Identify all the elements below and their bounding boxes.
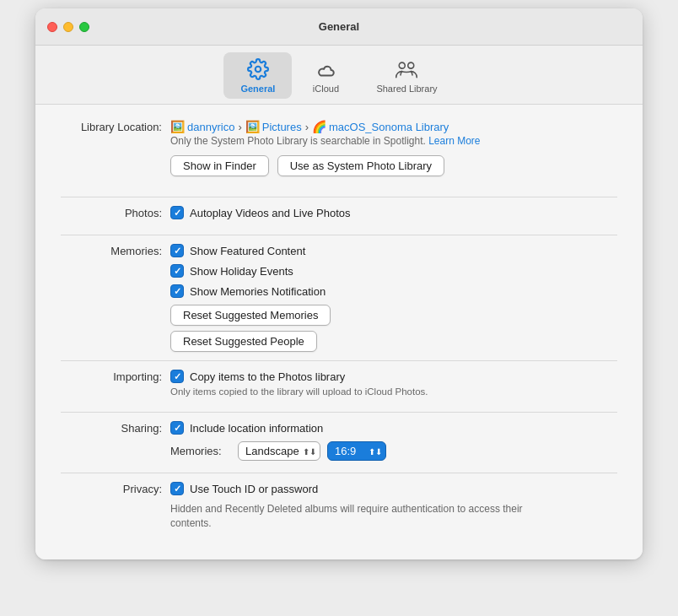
touchid-label: Use Touch ID or password — [190, 483, 318, 495]
path-library: 🌈 macOS_Sonoma Library — [312, 120, 449, 133]
location-row: Include location information — [170, 421, 617, 435]
importing-section: Importing: Copy items to the Photos libr… — [61, 370, 617, 403]
importing-content: Copy items to the Photos library Only it… — [170, 370, 617, 403]
close-button[interactable] — [47, 22, 57, 32]
landscape-select-wrapper: Landscape Portrait Square ⬆⬇ — [238, 441, 320, 461]
photos-content: Autoplay Videos and Live Photos — [170, 206, 617, 226]
copy-items-checkbox[interactable] — [170, 370, 184, 383]
importing-label: Importing: — [61, 370, 170, 383]
settings-content: Library Location: 🖼️ dannyrico › 🖼️ Pict… — [35, 105, 643, 559]
notification-checkbox[interactable] — [170, 284, 184, 298]
tab-shared-library[interactable]: Shared Library — [359, 52, 454, 99]
memories-content: Show Featured Content Show Holiday Event… — [170, 244, 617, 352]
memories-section: Memories: Show Featured Content Show Hol… — [61, 244, 617, 352]
touchid-checkbox[interactable] — [170, 482, 184, 495]
ratio-select[interactable]: 16:9 4:3 1:1 — [327, 441, 386, 461]
minimize-button[interactable] — [63, 22, 73, 32]
memories-label: Memories: — [61, 244, 170, 257]
privacy-note: Hidden and Recently Deleted albums will … — [170, 502, 533, 531]
landscape-select[interactable]: Landscape Portrait Square — [238, 441, 320, 461]
svg-point-2 — [408, 62, 414, 68]
path-user: 🖼️ dannyrico — [170, 120, 234, 133]
sharing-memories-row: Memories: Landscape Portrait Square ⬆⬇ 1… — [170, 441, 617, 461]
sharing-memories-label: Memories: — [170, 445, 231, 457]
featured-label: Show Featured Content — [190, 245, 305, 257]
tab-icloud[interactable]: iCloud — [292, 52, 359, 99]
holiday-row: Show Holiday Events — [170, 264, 617, 278]
maximize-button[interactable] — [79, 22, 89, 32]
svg-point-0 — [256, 67, 261, 73]
main-window: General General iCloud — [35, 8, 643, 559]
path-pictures: 🖼️ Pictures — [245, 120, 302, 133]
library-location-section: Library Location: 🖼️ dannyrico › 🖼️ Pict… — [61, 120, 617, 188]
featured-row: Show Featured Content — [170, 244, 617, 257]
toolbar: General iCloud S — [35, 46, 643, 105]
library-buttons: Show in Finder Use as System Photo Libra… — [170, 155, 617, 176]
traffic-lights — [47, 22, 89, 32]
autoplay-row: Autoplay Videos and Live Photos — [170, 206, 617, 219]
location-checkbox[interactable] — [170, 421, 184, 435]
tab-general-label: General — [240, 84, 275, 94]
shared-library-icon — [395, 57, 418, 81]
separator-2 — [61, 235, 617, 235]
use-as-system-library-button[interactable]: Use as System Photo Library — [277, 155, 444, 176]
library-path: 🖼️ dannyrico › 🖼️ Pictures › 🌈 macOS_Son… — [170, 120, 617, 133]
privacy-section: Privacy: Use Touch ID or password Hidden… — [61, 482, 617, 531]
autoplay-label: Autoplay Videos and Live Photos — [190, 207, 351, 219]
library-location-content: 🖼️ dannyrico › 🖼️ Pictures › 🌈 macOS_Son… — [170, 120, 617, 188]
sharing-section: Sharing: Include location information Me… — [61, 421, 617, 464]
show-in-finder-button[interactable]: Show in Finder — [170, 155, 269, 176]
separator-3 — [61, 360, 617, 361]
privacy-content: Use Touch ID or password Hidden and Rece… — [170, 482, 617, 531]
notification-label: Show Memories Notification — [190, 285, 326, 298]
photos-section: Photos: Autoplay Videos and Live Photos — [61, 206, 617, 226]
learn-more-link[interactable]: Learn More — [428, 135, 480, 147]
sharing-label: Sharing: — [61, 421, 170, 435]
reset-memories-button[interactable]: Reset Suggested Memories — [170, 305, 331, 326]
notification-row: Show Memories Notification — [170, 284, 617, 298]
tab-shared-library-label: Shared Library — [376, 84, 437, 94]
location-label: Include location information — [190, 422, 323, 435]
cloud-icon — [314, 57, 337, 81]
touchid-row: Use Touch ID or password — [170, 482, 617, 495]
titlebar: General — [35, 8, 643, 46]
window-title: General — [319, 20, 359, 33]
svg-point-1 — [400, 62, 406, 68]
separator-1 — [61, 197, 617, 197]
holiday-label: Show Holiday Events — [190, 265, 293, 278]
copy-items-label: Copy items to the Photos library — [190, 370, 345, 383]
reset-people-button[interactable]: Reset Suggested People — [170, 331, 317, 352]
library-note: Only the System Photo Library is searcha… — [170, 135, 617, 147]
sharing-content: Include location information Memories: L… — [170, 421, 617, 464]
photos-label: Photos: — [61, 206, 170, 219]
privacy-label: Privacy: — [61, 482, 170, 495]
holiday-checkbox[interactable] — [170, 264, 184, 278]
tab-general[interactable]: General — [223, 52, 292, 99]
autoplay-checkbox[interactable] — [170, 206, 184, 219]
copy-items-row: Copy items to the Photos library — [170, 370, 617, 383]
library-location-label: Library Location: — [61, 120, 170, 133]
separator-5 — [61, 473, 617, 473]
featured-checkbox[interactable] — [170, 244, 184, 257]
ratio-select-wrapper: 16:9 4:3 1:1 ⬆⬇ — [327, 441, 386, 461]
path-sep-1: › — [238, 121, 241, 133]
tab-icloud-label: iCloud — [313, 84, 339, 94]
path-sep-2: › — [305, 121, 309, 133]
separator-4 — [61, 412, 617, 413]
importing-note: Only items copied to the library will up… — [170, 386, 617, 397]
gear-icon — [246, 57, 270, 81]
